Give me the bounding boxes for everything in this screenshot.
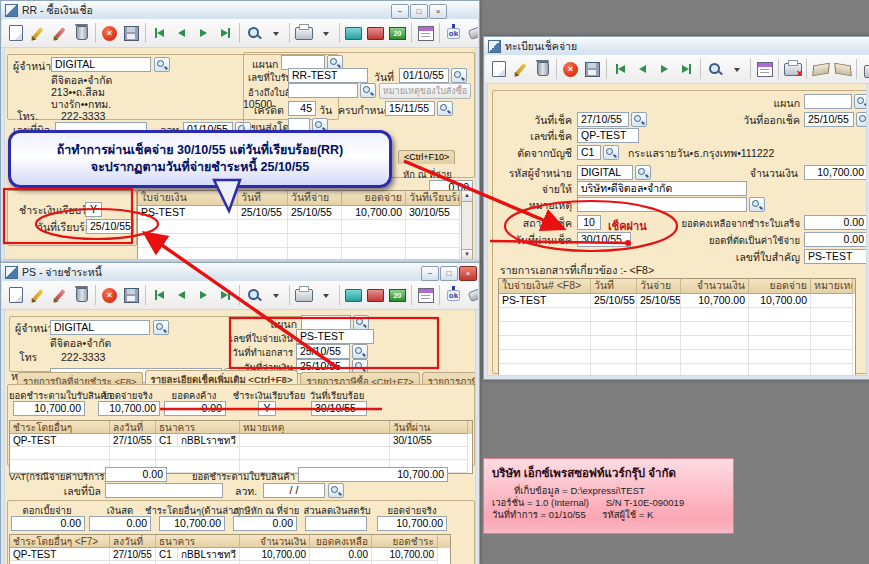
close-button[interactable]: × [429, 4, 447, 19]
check-date-field[interactable]: 27/10/55 [577, 112, 629, 127]
account-code-field[interactable]: C1 [577, 145, 601, 160]
credit-card-icon[interactable] [365, 22, 386, 44]
post-check-icon[interactable] [860, 58, 869, 80]
doc-date-field[interactable]: 25/10/55 [296, 344, 350, 359]
table-row-empty[interactable] [499, 308, 855, 322]
d-ok-field[interactable]: Y [258, 401, 276, 416]
scroll-down-icon[interactable]: ▼ [462, 249, 472, 260]
minimize-button[interactable]: − [391, 4, 409, 19]
date-field[interactable]: 01/10/55 [399, 68, 449, 83]
new-document-icon[interactable] [488, 58, 509, 80]
eraser-icon[interactable] [465, 284, 478, 306]
cancel-icon[interactable]: × [560, 58, 581, 80]
note-search-icon[interactable] [749, 197, 765, 212]
first-record-icon[interactable] [149, 284, 170, 306]
new-document-icon[interactable] [5, 22, 26, 44]
previous-record-icon[interactable] [171, 284, 192, 306]
calendar-icon[interactable] [415, 284, 436, 306]
find-icon[interactable] [243, 22, 264, 44]
dept-field[interactable] [301, 315, 351, 330]
table-row[interactable]: QP-TEST 27/10/55 C1 กBBLราชทวี 30/10/55 [10, 434, 472, 447]
find-dropdown-icon[interactable] [265, 284, 286, 306]
qp-related-table[interactable]: ใบจ่ายเงิน# <F8> วันที่ วันจ่าย จำนวนเงิ… [498, 278, 856, 376]
table-row-empty[interactable] [138, 248, 462, 260]
next-record-icon[interactable] [193, 22, 214, 44]
net-paid-field[interactable]: 10,700.00 [377, 516, 447, 531]
cash-icon[interactable] [343, 22, 364, 44]
ps-titlebar[interactable]: PS - จ่ายชำระหนี้ [1, 263, 479, 282]
new-document-icon[interactable] [5, 284, 26, 306]
previous-record-icon[interactable] [171, 22, 192, 44]
due-date-field[interactable]: 15/11/55 [385, 101, 435, 116]
print-check-cancel-icon[interactable] [782, 58, 803, 80]
vendor-code-field[interactable]: DIGITAL [50, 320, 150, 335]
done-date-field[interactable]: 25/10/55 [86, 219, 134, 234]
eraser-icon[interactable] [465, 22, 478, 44]
issue-date-search-icon[interactable] [856, 112, 867, 127]
vendor-search-icon[interactable] [154, 57, 170, 72]
credit-card-icon[interactable] [365, 284, 386, 306]
table-row-empty[interactable] [10, 447, 472, 460]
ps-check-table[interactable]: ชำระโดยอื่นๆ ลงวันที่ ธนาคาร หมายเหตุ วั… [9, 420, 473, 474]
find-icon[interactable] [704, 58, 725, 80]
tab-wht-fragment[interactable]: <Ctrl+F10> [398, 150, 455, 164]
po-ref-search-icon[interactable] [360, 83, 376, 98]
dept-search-icon[interactable] [353, 315, 369, 330]
save-icon[interactable] [582, 58, 603, 80]
bill-no-field[interactable] [105, 483, 223, 498]
find-dropdown-icon[interactable] [265, 22, 286, 44]
note-field[interactable] [577, 197, 747, 212]
calendar-icon[interactable] [415, 22, 436, 44]
first-record-icon[interactable] [610, 58, 631, 80]
previous-record-icon[interactable] [632, 58, 653, 80]
last-record-icon[interactable] [676, 58, 697, 80]
banknote-20-icon[interactable]: 20 [387, 22, 408, 44]
rr-payments-table[interactable]: ใบจ่ายเงิน วันที่ วันที่จ่าย ยอดจ่าย วัน… [137, 190, 463, 260]
voucher-field[interactable]: PS-TEST [804, 249, 867, 264]
expense-field[interactable]: 0.00 [804, 232, 867, 247]
delete-icon[interactable] [71, 22, 92, 44]
interest-field[interactable]: 0.00 [11, 516, 85, 531]
account-search-icon[interactable] [603, 145, 619, 160]
approve-ok-icon[interactable]: ok [443, 22, 464, 44]
cash-field[interactable]: 0.00 [89, 516, 151, 531]
last-record-icon[interactable] [215, 22, 236, 44]
vendor-code-field[interactable]: DIGITAL [51, 57, 151, 72]
edit-attach-icon[interactable] [49, 22, 70, 44]
save-icon[interactable] [121, 284, 142, 306]
print-dropdown-icon[interactable] [315, 22, 336, 44]
remain-field[interactable]: 0.00 [804, 215, 867, 230]
table-row[interactable]: PS-TEST 25/10/55 25/10/55 10,700.00 30/1… [138, 206, 462, 220]
edit-icon[interactable] [27, 284, 48, 306]
dept-search-icon[interactable] [854, 94, 867, 109]
check-date-search-icon[interactable] [631, 112, 647, 127]
qp-titlebar[interactable]: ทะเบียนเช็คจ่าย [484, 37, 869, 56]
total2-field[interactable]: 10,700.00 [298, 467, 448, 482]
table-row-empty[interactable] [499, 350, 855, 364]
stamp-out-icon[interactable] [832, 58, 853, 80]
next-record-icon[interactable] [193, 284, 214, 306]
last-record-icon[interactable] [215, 284, 236, 306]
receipt-no-field[interactable]: RR-TEST [288, 68, 368, 83]
d-okdate-field[interactable]: 30/10/55 [311, 401, 367, 416]
check-status-field[interactable]: 10 [577, 215, 601, 230]
cancel-icon[interactable]: × [99, 22, 120, 44]
scroll-up-icon[interactable]: ▲ [462, 191, 472, 202]
banknote-20-icon[interactable]: 20 [387, 284, 408, 306]
table-row-empty[interactable] [499, 322, 855, 336]
find-dropdown-icon[interactable] [726, 58, 747, 80]
pay-other-field[interactable]: 10,700.00 [159, 516, 225, 531]
cancel-icon[interactable]: × [99, 284, 120, 306]
table-row-empty[interactable] [499, 364, 855, 376]
print-icon[interactable] [293, 284, 314, 306]
check-no-field[interactable]: QP-TEST [577, 128, 639, 143]
table-row[interactable]: QP-TEST 27/10/55 C1 กBBLราชทวี 10,700.00… [10, 548, 450, 561]
date-search-icon[interactable] [451, 68, 467, 83]
first-record-icon[interactable] [149, 22, 170, 44]
edit-icon[interactable] [27, 22, 48, 44]
minimize-button[interactable]: − [421, 266, 439, 281]
bill-date-search-icon[interactable] [328, 483, 344, 498]
find-icon[interactable] [243, 284, 264, 306]
print-icon[interactable] [293, 22, 314, 44]
pass-date-field[interactable]: 30/10/55 [577, 232, 631, 247]
